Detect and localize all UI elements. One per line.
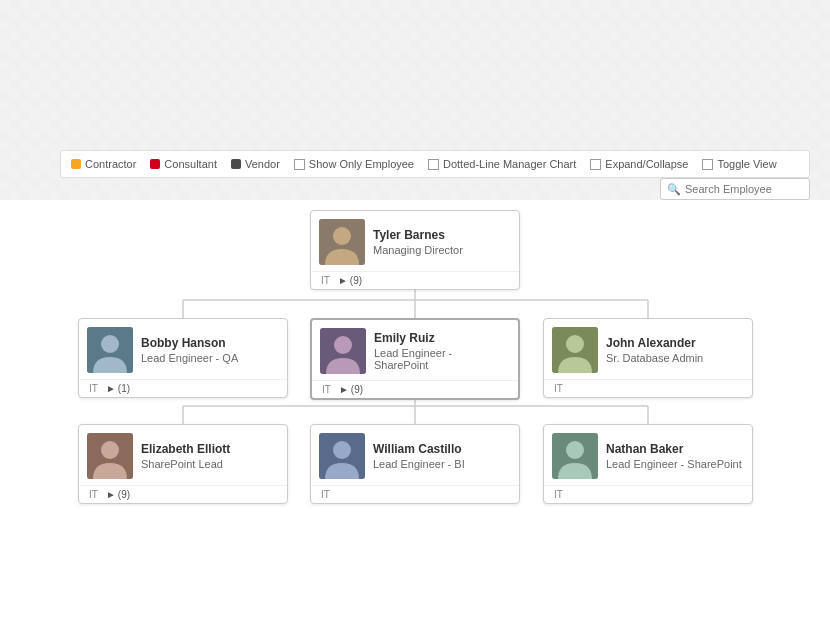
emily-dept: IT bbox=[322, 384, 331, 395]
card-william-castillo[interactable]: William Castillo Lead Engineer - BI IT bbox=[310, 424, 520, 504]
john-name: John Alexander bbox=[606, 336, 742, 350]
tyler-expand-btn[interactable]: ► (9) bbox=[338, 275, 362, 286]
nathan-name: Nathan Baker bbox=[606, 442, 742, 456]
card-info-bobby: Bobby Hanson Lead Engineer - QA bbox=[141, 336, 277, 364]
card-top-bobby: Bobby Hanson Lead Engineer - QA bbox=[79, 319, 287, 379]
william-name: William Castillo bbox=[373, 442, 509, 456]
avatar-emily bbox=[320, 328, 366, 374]
bobby-footer: IT ► (1) bbox=[79, 379, 287, 397]
legend-consultant: Consultant bbox=[150, 158, 217, 170]
card-info-elizabeth: Elizabeth Elliott SharePoint Lead bbox=[141, 442, 277, 470]
card-info-william: William Castillo Lead Engineer - BI bbox=[373, 442, 509, 470]
bobby-title: Lead Engineer - QA bbox=[141, 352, 277, 364]
nathan-dept: IT bbox=[554, 489, 563, 500]
william-title: Lead Engineer - BI bbox=[373, 458, 509, 470]
elizabeth-title: SharePoint Lead bbox=[141, 458, 277, 470]
legend-toggle-view[interactable]: Toggle View bbox=[702, 158, 776, 170]
avatar-tyler bbox=[319, 219, 365, 265]
elizabeth-expand-icon: ► bbox=[106, 489, 116, 500]
card-tyler-barnes[interactable]: Tyler Barnes Managing Director IT ► (9) bbox=[310, 210, 520, 290]
avatar-nathan bbox=[552, 433, 598, 479]
john-footer: IT bbox=[544, 379, 752, 397]
bobby-name: Bobby Hanson bbox=[141, 336, 277, 350]
tyler-expand-count: (9) bbox=[350, 275, 362, 286]
svg-point-15 bbox=[334, 336, 352, 354]
card-elizabeth-elliott[interactable]: Elizabeth Elliott SharePoint Lead IT ► (… bbox=[78, 424, 288, 504]
elizabeth-name: Elizabeth Elliott bbox=[141, 442, 277, 456]
legend-expand-collapse[interactable]: Expand/Collapse bbox=[590, 158, 688, 170]
tyler-footer: IT ► (9) bbox=[311, 271, 519, 289]
contractor-label: Contractor bbox=[85, 158, 136, 170]
search-input[interactable] bbox=[685, 183, 803, 195]
expand-collapse-label: Expand/Collapse bbox=[605, 158, 688, 170]
legend-dotted-line[interactable]: Dotted-Line Manager Chart bbox=[428, 158, 576, 170]
emily-title: Lead Engineer - SharePoint bbox=[374, 347, 508, 371]
john-dept: IT bbox=[554, 383, 563, 394]
show-employee-checkbox[interactable] bbox=[294, 159, 305, 170]
john-title: Sr. Database Admin bbox=[606, 352, 742, 364]
elizabeth-expand-btn[interactable]: ► (9) bbox=[106, 489, 130, 500]
emily-expand-btn[interactable]: ► (9) bbox=[339, 384, 363, 395]
svg-point-11 bbox=[333, 227, 351, 245]
svg-point-17 bbox=[566, 335, 584, 353]
svg-point-13 bbox=[101, 335, 119, 353]
legend-vendor: Vendor bbox=[231, 158, 280, 170]
toggle-view-label: Toggle View bbox=[717, 158, 776, 170]
avatar-bobby bbox=[87, 327, 133, 373]
bobby-expand-icon: ► bbox=[106, 383, 116, 394]
dotted-line-label: Dotted-Line Manager Chart bbox=[443, 158, 576, 170]
contractor-dot bbox=[71, 159, 81, 169]
card-top-john: John Alexander Sr. Database Admin bbox=[544, 319, 752, 379]
svg-point-23 bbox=[566, 441, 584, 459]
card-emily-ruiz[interactable]: Emily Ruiz Lead Engineer - SharePoint IT… bbox=[310, 318, 520, 400]
emily-expand-icon: ► bbox=[339, 384, 349, 395]
expand-collapse-checkbox[interactable] bbox=[590, 159, 601, 170]
legend-bar: Contractor Consultant Vendor Show Only E… bbox=[60, 150, 810, 178]
avatar-william bbox=[319, 433, 365, 479]
card-top-emily: Emily Ruiz Lead Engineer - SharePoint bbox=[312, 320, 518, 380]
elizabeth-expand-count: (9) bbox=[118, 489, 130, 500]
elizabeth-dept: IT bbox=[89, 489, 98, 500]
card-info-john: John Alexander Sr. Database Admin bbox=[606, 336, 742, 364]
card-top-nathan: Nathan Baker Lead Engineer - SharePoint bbox=[544, 425, 752, 485]
toggle-view-checkbox[interactable] bbox=[702, 159, 713, 170]
consultant-label: Consultant bbox=[164, 158, 217, 170]
vendor-dot bbox=[231, 159, 241, 169]
nathan-title: Lead Engineer - SharePoint bbox=[606, 458, 742, 470]
tyler-title: Managing Director bbox=[373, 244, 509, 256]
card-top-william: William Castillo Lead Engineer - BI bbox=[311, 425, 519, 485]
svg-point-21 bbox=[333, 441, 351, 459]
card-john-alexander[interactable]: John Alexander Sr. Database Admin IT bbox=[543, 318, 753, 398]
card-nathan-baker[interactable]: Nathan Baker Lead Engineer - SharePoint … bbox=[543, 424, 753, 504]
card-info-emily: Emily Ruiz Lead Engineer - SharePoint bbox=[374, 331, 508, 371]
card-bobby-hanson[interactable]: Bobby Hanson Lead Engineer - QA IT ► (1) bbox=[78, 318, 288, 398]
elizabeth-footer: IT ► (9) bbox=[79, 485, 287, 503]
tyler-expand-icon: ► bbox=[338, 275, 348, 286]
bobby-expand-btn[interactable]: ► (1) bbox=[106, 383, 130, 394]
emily-name: Emily Ruiz bbox=[374, 331, 508, 345]
org-chart: Tyler Barnes Managing Director IT ► (9) bbox=[0, 200, 830, 630]
search-bar[interactable]: 🔍 bbox=[660, 178, 810, 200]
legend-show-employee[interactable]: Show Only Employee bbox=[294, 158, 414, 170]
main-container: Contractor Consultant Vendor Show Only E… bbox=[0, 0, 830, 630]
consultant-dot bbox=[150, 159, 160, 169]
card-info-nathan: Nathan Baker Lead Engineer - SharePoint bbox=[606, 442, 742, 470]
search-icon: 🔍 bbox=[667, 183, 681, 196]
show-employee-label: Show Only Employee bbox=[309, 158, 414, 170]
william-footer: IT bbox=[311, 485, 519, 503]
card-top-tyler: Tyler Barnes Managing Director bbox=[311, 211, 519, 271]
bobby-dept: IT bbox=[89, 383, 98, 394]
william-dept: IT bbox=[321, 489, 330, 500]
tyler-name: Tyler Barnes bbox=[373, 228, 509, 242]
vendor-label: Vendor bbox=[245, 158, 280, 170]
dotted-line-checkbox[interactable] bbox=[428, 159, 439, 170]
nathan-footer: IT bbox=[544, 485, 752, 503]
emily-footer: IT ► (9) bbox=[312, 380, 518, 398]
avatar-john bbox=[552, 327, 598, 373]
avatar-elizabeth bbox=[87, 433, 133, 479]
bobby-expand-count: (1) bbox=[118, 383, 130, 394]
card-info-tyler: Tyler Barnes Managing Director bbox=[373, 228, 509, 256]
card-top-elizabeth: Elizabeth Elliott SharePoint Lead bbox=[79, 425, 287, 485]
emily-expand-count: (9) bbox=[351, 384, 363, 395]
svg-point-19 bbox=[101, 441, 119, 459]
